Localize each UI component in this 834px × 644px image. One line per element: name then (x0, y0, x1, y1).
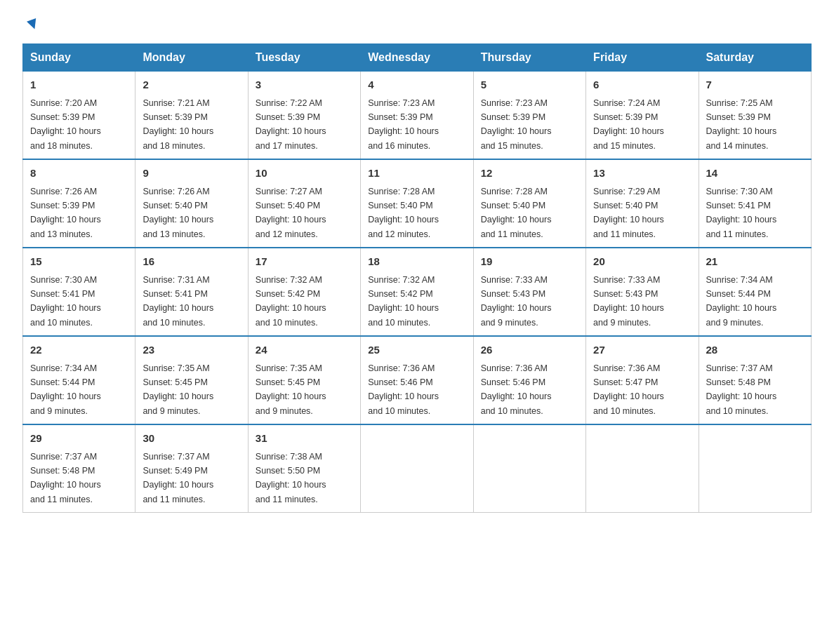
day-info: Sunrise: 7:34 AMSunset: 5:44 PMDaylight:… (706, 275, 777, 328)
calendar-cell: 22 Sunrise: 7:34 AMSunset: 5:44 PMDaylig… (23, 336, 135, 424)
day-number: 1 (30, 77, 128, 93)
calendar-cell: 4 Sunrise: 7:23 AMSunset: 5:39 PMDayligh… (361, 72, 473, 160)
day-info: Sunrise: 7:38 AMSunset: 5:50 PMDaylight:… (256, 452, 326, 504)
day-info: Sunrise: 7:26 AMSunset: 5:39 PMDaylight:… (30, 187, 101, 239)
day-number: 29 (30, 431, 128, 447)
calendar-cell: 19 Sunrise: 7:33 AMSunset: 5:43 PMDaylig… (473, 248, 585, 336)
day-number: 8 (30, 166, 128, 182)
calendar-cell (361, 424, 473, 513)
calendar-cell: 30 Sunrise: 7:37 AMSunset: 5:49 PMDaylig… (135, 424, 248, 513)
calendar-cell: 1 Sunrise: 7:20 AMSunset: 5:39 PMDayligh… (23, 72, 135, 160)
day-info: Sunrise: 7:24 AMSunset: 5:39 PMDaylight:… (593, 98, 664, 151)
day-number: 15 (30, 254, 128, 270)
day-number: 21 (706, 254, 804, 270)
calendar-cell: 8 Sunrise: 7:26 AMSunset: 5:39 PMDayligh… (23, 159, 135, 248)
calendar-cell: 29 Sunrise: 7:37 AMSunset: 5:48 PMDaylig… (23, 424, 135, 513)
calendar-cell: 6 Sunrise: 7:24 AMSunset: 5:39 PMDayligh… (586, 72, 699, 160)
calendar-cell: 9 Sunrise: 7:26 AMSunset: 5:40 PMDayligh… (135, 159, 248, 248)
day-number: 26 (481, 342, 578, 358)
header-sunday: Sunday (23, 44, 135, 72)
day-info: Sunrise: 7:26 AMSunset: 5:40 PMDaylight:… (143, 187, 213, 239)
day-info: Sunrise: 7:37 AMSunset: 5:48 PMDaylight:… (30, 452, 101, 504)
day-info: Sunrise: 7:21 AMSunset: 5:39 PMDaylight:… (143, 98, 213, 151)
svg-marker-0 (27, 18, 39, 31)
day-number: 12 (481, 166, 578, 182)
logo-blue-row (22, 17, 41, 32)
calendar-cell: 21 Sunrise: 7:34 AMSunset: 5:44 PMDaylig… (699, 248, 811, 336)
header-tuesday: Tuesday (248, 44, 360, 72)
calendar-week-row: 29 Sunrise: 7:37 AMSunset: 5:48 PMDaylig… (23, 424, 812, 513)
calendar-week-row: 8 Sunrise: 7:26 AMSunset: 5:39 PMDayligh… (23, 159, 812, 248)
calendar-week-row: 1 Sunrise: 7:20 AMSunset: 5:39 PMDayligh… (23, 72, 812, 160)
calendar-cell: 12 Sunrise: 7:28 AMSunset: 5:40 PMDaylig… (473, 159, 585, 248)
day-info: Sunrise: 7:22 AMSunset: 5:39 PMDaylight:… (256, 98, 326, 151)
day-info: Sunrise: 7:35 AMSunset: 5:45 PMDaylight:… (256, 363, 326, 416)
day-number: 31 (256, 431, 353, 447)
calendar-cell: 27 Sunrise: 7:36 AMSunset: 5:47 PMDaylig… (586, 336, 699, 424)
logo-triangle-icon (25, 17, 41, 32)
calendar-header-row: SundayMondayTuesdayWednesdayThursdayFrid… (23, 44, 812, 72)
calendar-cell (699, 424, 811, 513)
day-number: 19 (481, 254, 578, 270)
calendar-cell (586, 424, 699, 513)
day-info: Sunrise: 7:23 AMSunset: 5:39 PMDaylight:… (368, 98, 439, 151)
header (22, 17, 812, 32)
header-friday: Friday (586, 44, 699, 72)
day-number: 28 (706, 342, 804, 358)
calendar-week-row: 22 Sunrise: 7:34 AMSunset: 5:44 PMDaylig… (23, 336, 812, 424)
header-monday: Monday (135, 44, 248, 72)
day-info: Sunrise: 7:31 AMSunset: 5:41 PMDaylight:… (143, 275, 213, 328)
calendar-cell: 10 Sunrise: 7:27 AMSunset: 5:40 PMDaylig… (248, 159, 360, 248)
day-info: Sunrise: 7:32 AMSunset: 5:42 PMDaylight:… (256, 275, 326, 328)
calendar-cell: 25 Sunrise: 7:36 AMSunset: 5:46 PMDaylig… (361, 336, 473, 424)
day-info: Sunrise: 7:36 AMSunset: 5:47 PMDaylight:… (593, 363, 664, 416)
day-number: 27 (593, 342, 691, 358)
day-info: Sunrise: 7:33 AMSunset: 5:43 PMDaylight:… (593, 275, 664, 328)
day-number: 5 (481, 77, 578, 93)
day-number: 20 (593, 254, 691, 270)
day-info: Sunrise: 7:23 AMSunset: 5:39 PMDaylight:… (481, 98, 552, 151)
calendar-cell: 13 Sunrise: 7:29 AMSunset: 5:40 PMDaylig… (586, 159, 699, 248)
day-number: 25 (368, 342, 465, 358)
calendar-week-row: 15 Sunrise: 7:30 AMSunset: 5:41 PMDaylig… (23, 248, 812, 336)
header-saturday: Saturday (699, 44, 811, 72)
day-number: 18 (368, 254, 465, 270)
day-info: Sunrise: 7:32 AMSunset: 5:42 PMDaylight:… (368, 275, 439, 328)
day-info: Sunrise: 7:20 AMSunset: 5:39 PMDaylight:… (30, 98, 101, 151)
calendar-cell: 23 Sunrise: 7:35 AMSunset: 5:45 PMDaylig… (135, 336, 248, 424)
day-info: Sunrise: 7:36 AMSunset: 5:46 PMDaylight:… (368, 363, 439, 416)
calendar-cell: 15 Sunrise: 7:30 AMSunset: 5:41 PMDaylig… (23, 248, 135, 336)
calendar-cell: 5 Sunrise: 7:23 AMSunset: 5:39 PMDayligh… (473, 72, 585, 160)
day-number: 10 (256, 166, 353, 182)
day-number: 2 (143, 77, 240, 93)
calendar-cell: 28 Sunrise: 7:37 AMSunset: 5:48 PMDaylig… (699, 336, 811, 424)
calendar-cell: 18 Sunrise: 7:32 AMSunset: 5:42 PMDaylig… (361, 248, 473, 336)
logo (22, 17, 41, 32)
calendar-cell: 16 Sunrise: 7:31 AMSunset: 5:41 PMDaylig… (135, 248, 248, 336)
day-info: Sunrise: 7:36 AMSunset: 5:46 PMDaylight:… (481, 363, 552, 416)
day-number: 23 (143, 342, 240, 358)
day-info: Sunrise: 7:29 AMSunset: 5:40 PMDaylight:… (593, 187, 664, 239)
day-info: Sunrise: 7:25 AMSunset: 5:39 PMDaylight:… (706, 98, 777, 151)
day-number: 30 (143, 431, 240, 447)
day-info: Sunrise: 7:30 AMSunset: 5:41 PMDaylight:… (30, 275, 101, 328)
day-number: 24 (256, 342, 353, 358)
day-info: Sunrise: 7:33 AMSunset: 5:43 PMDaylight:… (481, 275, 552, 328)
day-info: Sunrise: 7:37 AMSunset: 5:48 PMDaylight:… (706, 363, 777, 416)
day-number: 9 (143, 166, 240, 182)
day-number: 14 (706, 166, 804, 182)
day-number: 22 (30, 342, 128, 358)
calendar-cell: 14 Sunrise: 7:30 AMSunset: 5:41 PMDaylig… (699, 159, 811, 248)
day-number: 16 (143, 254, 240, 270)
header-wednesday: Wednesday (361, 44, 473, 72)
calendar-cell: 24 Sunrise: 7:35 AMSunset: 5:45 PMDaylig… (248, 336, 360, 424)
day-info: Sunrise: 7:37 AMSunset: 5:49 PMDaylight:… (143, 452, 213, 504)
day-info: Sunrise: 7:28 AMSunset: 5:40 PMDaylight:… (481, 187, 552, 239)
header-thursday: Thursday (473, 44, 585, 72)
day-number: 11 (368, 166, 465, 182)
day-number: 6 (593, 77, 691, 93)
calendar-cell: 20 Sunrise: 7:33 AMSunset: 5:43 PMDaylig… (586, 248, 699, 336)
day-number: 7 (706, 77, 804, 93)
day-info: Sunrise: 7:30 AMSunset: 5:41 PMDaylight:… (706, 187, 777, 239)
calendar-cell: 3 Sunrise: 7:22 AMSunset: 5:39 PMDayligh… (248, 72, 360, 160)
